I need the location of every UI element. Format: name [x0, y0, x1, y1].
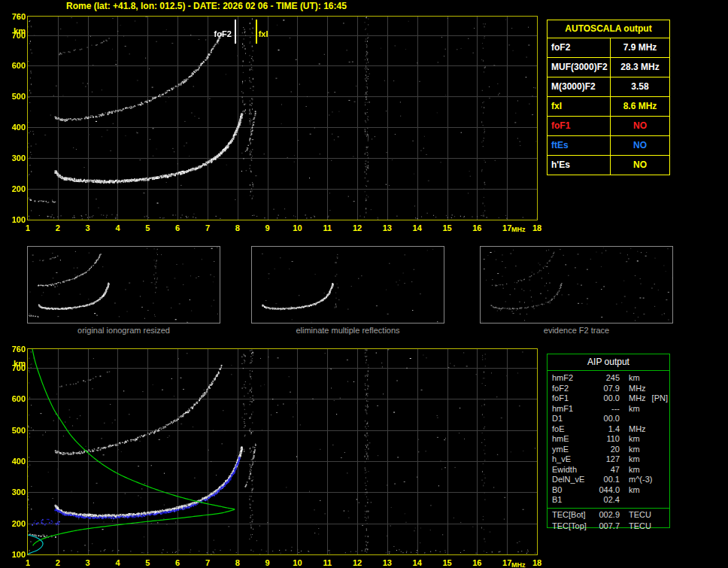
param-name: Ewidth — [548, 465, 596, 475]
x-axis-tick-label: 7 — [199, 223, 216, 232]
x-axis-tick-label: 13 — [379, 558, 396, 567]
x-axis-tick-label: 3 — [80, 223, 96, 232]
autoscala-table-header: AUTOSCALA output — [548, 20, 669, 38]
param-name: foF2 — [548, 38, 611, 57]
param-value: 00.0 — [596, 393, 620, 404]
aip-row: foF100.0MHz[PN] — [548, 393, 669, 404]
param-name: hmF1 — [548, 404, 596, 415]
x-axis-tick-label: 6 — [169, 558, 186, 567]
x-axis-tick-label: 1 — [20, 558, 36, 567]
param-value: 00.0 — [596, 414, 620, 424]
param-unit: TECU — [629, 510, 651, 521]
x-axis-tick-label: 8 — [229, 558, 246, 567]
aip-row: hmF1---km — [548, 404, 669, 415]
x-axis-tick-label: 11 — [319, 558, 335, 567]
param-unit: MHz — [629, 424, 646, 435]
aip-row: foF207.9MHz — [548, 384, 669, 394]
param-name: foF1 — [548, 393, 596, 404]
y-axis-tick-label: 300 — [5, 488, 26, 497]
aip-row: h_vE127km — [548, 454, 669, 465]
ionogram-top-canvas — [27, 16, 538, 220]
x-axis-tick-label: 2 — [50, 558, 66, 567]
x-axis-tick-label: 2 — [50, 223, 66, 232]
x-axis-tick-label: 9 — [259, 223, 276, 232]
param-name: fxI — [548, 97, 611, 116]
y-axis-tick-label: 300 — [5, 153, 26, 163]
x-axis-tick-label: 16 — [469, 558, 485, 567]
param-unit: MHz — [629, 384, 646, 394]
param-value: 110 — [596, 434, 620, 445]
x-axis-tick-label: 13 — [379, 223, 396, 232]
param-value: 47 — [596, 465, 620, 475]
x-axis-tick-label: 7 — [199, 558, 216, 567]
x-axis-tick-label: 18 — [529, 223, 545, 232]
x-axis-tick-label: 14 — [409, 223, 426, 232]
y-axis-tick-label: 500 — [5, 92, 26, 101]
x-axis-tick-label: 5 — [139, 223, 156, 232]
y-axis-tick-label: 400 — [5, 123, 26, 132]
x-axis-tick-label: 3 — [80, 558, 96, 567]
param-name: B1 — [548, 495, 596, 506]
fxi-marker-label: fxI — [259, 29, 286, 38]
y-axis-tick-label: 760 — [5, 345, 26, 354]
param-value: NO — [611, 156, 669, 175]
x-axis-tick-label: 12 — [349, 558, 366, 567]
aip-row: foE1.4MHz — [548, 424, 669, 435]
y-axis-tick-label: 200 — [5, 184, 26, 193]
param-unit: km — [629, 434, 640, 445]
param-value: 20 — [596, 445, 620, 455]
param-unit: MHz — [629, 393, 646, 404]
y-axis-tick-label: 600 — [5, 394, 26, 403]
param-name: D1 — [548, 414, 596, 424]
thumbnail-caption: evidence F2 trace — [480, 326, 673, 335]
x-axis-tick-label: 5 — [139, 558, 156, 567]
aip-row: B0044.0km — [548, 485, 669, 496]
aip-row: DelN_vE00.1m^(-3) — [548, 475, 669, 485]
param-value: NO — [611, 136, 669, 155]
table-row: foF2 7.9 MHz — [548, 38, 669, 58]
param-name: M(3000)F2 — [548, 77, 611, 96]
param-value: 00.1 — [596, 475, 620, 485]
y-axis-tick-label: 600 — [5, 61, 26, 70]
param-name: TEC[Top] — [548, 521, 596, 532]
x-axis-tick-label: 12 — [349, 223, 366, 232]
param-name: B0 — [548, 485, 596, 496]
param-unit: km — [629, 454, 640, 465]
param-unit: km — [629, 465, 640, 475]
aip-row: TEC[Top]007.7TECU — [548, 521, 669, 532]
table-row: foF1 NO — [548, 117, 669, 136]
y-axis-tick-label: 500 — [5, 426, 26, 435]
aip-row: Ewidth47km — [548, 465, 669, 475]
autoscala-output-table: AUTOSCALA output foF2 7.9 MHz MUF(3000)F… — [547, 20, 670, 175]
y-axis-tick-label: 760 — [5, 12, 26, 21]
fof2-marker-label: foF2 — [205, 29, 232, 38]
thumbnail-original-ionogram — [27, 246, 220, 323]
param-value: 3.58 — [611, 77, 669, 96]
param-unit: m^(-3) — [629, 475, 652, 485]
param-unit: km — [629, 373, 640, 384]
param-value: 28.3 MHz — [611, 58, 669, 77]
x-axis-tick-label: 11 — [319, 223, 335, 232]
aip-rows-container: hmF2245kmfoF207.9MHzfoF100.0MHz[PN]hmF1-… — [548, 371, 669, 532]
x-axis-tick-label: 4 — [109, 223, 126, 232]
x-axis-tick-label: 14 — [409, 558, 426, 567]
param-name: hmE — [548, 434, 596, 445]
autoscala-window: Rome (lat: +41.8, lon: 012.5) - DATE: 20… — [0, 0, 728, 568]
table-row: fxI 8.6 MHz — [548, 97, 669, 117]
table-row: h'Es NO — [548, 156, 669, 175]
param-name: MUF(3000)F2 — [548, 58, 611, 77]
param-note: [PN] — [652, 393, 668, 404]
y-axis-tick-label: 200 — [5, 519, 26, 528]
x-axis-tick-label: 6 — [169, 223, 186, 232]
param-unit: km — [629, 445, 640, 455]
thumbnail-caption: original ionogram resized — [27, 326, 220, 335]
thumbnail-caption: eliminate multiple reflections — [251, 326, 444, 335]
x-axis-tick-label: 16 — [469, 223, 485, 232]
aip-row: hmF2245km — [548, 373, 669, 384]
x-axis-tick-label: 9 — [259, 558, 276, 567]
aip-row: ymE20km — [548, 445, 669, 455]
x-axis-tick-label: 17 — [499, 223, 515, 232]
param-value: 007.7 — [596, 521, 620, 532]
aip-row: TEC[Bot]002.9TECU — [548, 508, 669, 522]
x-axis-tick-label: 10 — [289, 558, 305, 567]
